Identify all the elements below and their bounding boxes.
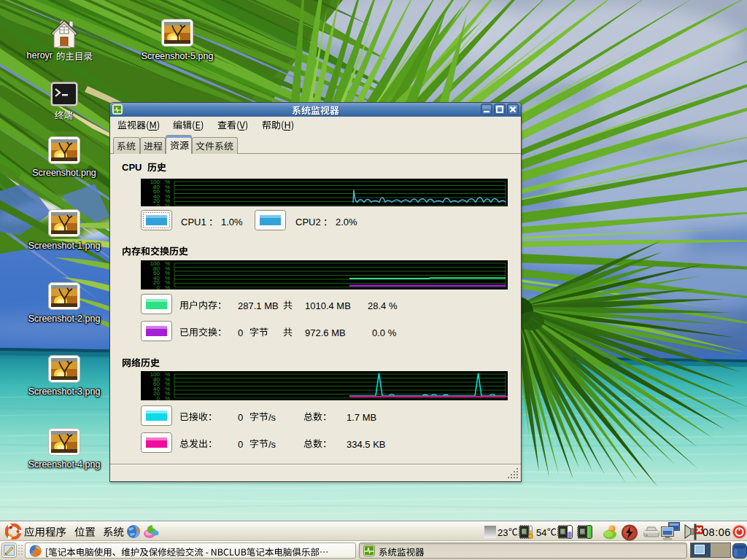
svg-text:%: %	[165, 203, 170, 206]
svg-text:%: %	[165, 395, 170, 400]
svg-text:0: 0	[157, 395, 160, 400]
svg-text:%: %	[165, 284, 170, 289]
svg-text:0: 0	[157, 203, 160, 206]
svg-text:0: 0	[157, 284, 160, 289]
